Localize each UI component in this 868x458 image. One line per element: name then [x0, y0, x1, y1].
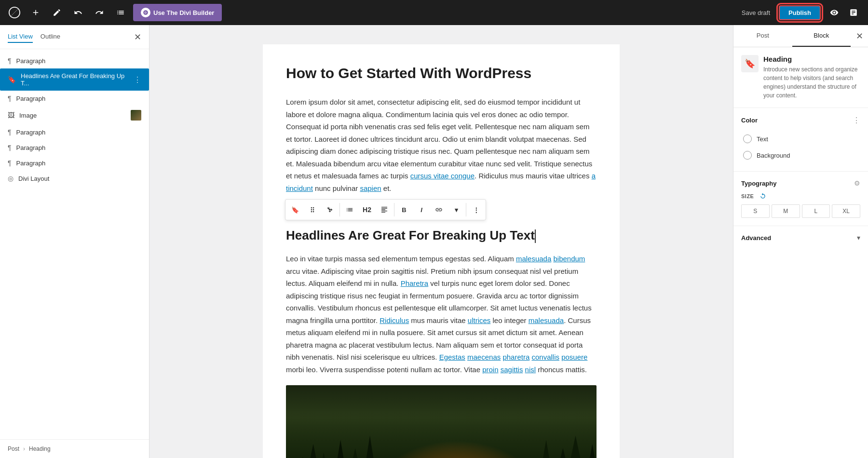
toolbar-section-1: 🔖 — [286, 201, 339, 218]
undo-button[interactable] — [69, 4, 87, 21]
paragraph-icon: ¶ — [8, 128, 12, 136]
sidebar-item-paragraph-1[interactable]: ¶ Paragraph — [0, 53, 149, 68]
sidebar-item-paragraph-3[interactable]: ¶ Paragraph — [0, 124, 149, 140]
size-btn-s[interactable]: S — [741, 204, 770, 218]
drag-toolbar-button[interactable] — [304, 201, 321, 218]
more-options-icon[interactable]: ⋮ — [134, 75, 141, 84]
align-toolbar-button[interactable] — [341, 201, 358, 218]
sidebar-item-label: Paragraph — [16, 95, 141, 102]
sidebar-item-paragraph-4[interactable]: ¶ Paragraph — [0, 140, 149, 155]
bookmark-toolbar-button[interactable]: 🔖 — [286, 201, 304, 218]
breadcrumb-separator: › — [23, 445, 25, 452]
sidebar-tab-outline[interactable]: Outline — [41, 31, 60, 43]
sidebar-close-button[interactable]: ✕ — [134, 32, 141, 42]
sidebar-item-paragraph-5[interactable]: ¶ Paragraph — [0, 155, 149, 171]
link-proin[interactable]: proin — [482, 365, 498, 374]
link-bibendum[interactable]: bibendum — [553, 255, 585, 263]
color-text-option[interactable]: Text — [741, 131, 860, 147]
sidebar: List View Outline ✕ ¶ Paragraph 🔖 Headli… — [0, 25, 149, 458]
link-pharetra2[interactable]: pharetra — [502, 353, 529, 361]
color-background-radio[interactable] — [743, 151, 752, 160]
panel-tab-block[interactable]: Block — [792, 25, 851, 47]
breadcrumb-heading: Heading — [29, 445, 51, 452]
panel-tabs: Post Block ✕ — [733, 25, 868, 47]
publish-button[interactable]: Publish — [779, 5, 821, 20]
breadcrumb-post[interactable]: Post — [8, 445, 19, 452]
size-selector: S M L XL — [741, 204, 860, 218]
sidebar-item-label: Paragraph — [16, 160, 141, 167]
panel-tab-post[interactable]: Post — [733, 25, 792, 47]
color-background-option[interactable]: Background — [741, 147, 860, 163]
color-section-title: Color — [741, 117, 758, 124]
list-view-button[interactable] — [112, 4, 129, 21]
sidebar-item-label: Headlines Are Great For Breaking Up T... — [21, 72, 129, 87]
save-draft-button[interactable]: Save draft — [738, 7, 774, 18]
sidebar-item-label: Paragraph — [16, 57, 141, 65]
typography-header: Typography ⚙ — [741, 179, 860, 187]
size-btn-l[interactable]: L — [802, 204, 830, 218]
dropdown-toolbar-button[interactable]: ▾ — [448, 201, 465, 218]
body-link-1[interactable]: cursus vitae congue — [410, 172, 475, 180]
preview-button[interactable] — [826, 4, 843, 21]
link-ultrices[interactable]: ultrices — [468, 316, 491, 324]
tools-button[interactable] — [48, 4, 66, 21]
settings-panel-button[interactable] — [845, 4, 862, 21]
link-egestas[interactable]: Egestas — [439, 353, 465, 361]
link-toolbar-button[interactable] — [430, 201, 448, 218]
sidebar-items: ¶ Paragraph 🔖 Headlines Are Great For Br… — [0, 49, 149, 439]
panel-close-button[interactable]: ✕ — [851, 25, 868, 47]
link-malesuada[interactable]: malesuada — [516, 255, 551, 263]
link-malesuada2[interactable]: malesuada — [529, 316, 564, 324]
color-text-radio[interactable] — [743, 135, 752, 143]
sidebar-header: List View Outline ✕ — [0, 25, 149, 49]
bold-toolbar-button[interactable]: B — [395, 201, 413, 218]
heading-type-button[interactable]: H2 — [358, 201, 376, 218]
content-area: How to Get Started With WordPress Lorem … — [149, 25, 733, 458]
italic-toolbar-button[interactable]: I — [413, 201, 430, 218]
size-row-reset[interactable] — [760, 193, 766, 200]
body-link-3[interactable]: sapien — [360, 184, 381, 192]
bookmark-icon: 🔖 — [8, 76, 16, 83]
advanced-chevron-icon: ▾ — [857, 234, 860, 242]
sidebar-item-paragraph-2[interactable]: ¶ Paragraph — [0, 91, 149, 106]
redo-button[interactable] — [91, 4, 108, 21]
sidebar-item-label: Image — [19, 112, 126, 119]
color-section-more[interactable]: ⋮ — [853, 116, 860, 125]
image-icon: 🖼 — [8, 111, 14, 119]
link-posuere[interactable]: posuere — [561, 353, 587, 361]
advanced-section[interactable]: Advanced ▾ — [733, 226, 868, 249]
link-sagittis[interactable]: sagittis — [501, 365, 523, 374]
toolbar-divider-2 — [394, 203, 394, 216]
add-block-button[interactable] — [27, 4, 44, 21]
size-btn-m[interactable]: M — [772, 204, 800, 218]
size-btn-xl[interactable]: XL — [832, 204, 860, 218]
sidebar-tab-list-view[interactable]: List View — [8, 31, 33, 43]
wordpress-logo[interactable] — [6, 4, 23, 21]
image-thumbnail — [131, 110, 141, 121]
link-convallis[interactable]: convallis — [531, 353, 559, 361]
paragraph-format-button[interactable] — [376, 201, 393, 218]
typography-title: Typography — [741, 180, 776, 187]
svg-rect-2 — [286, 402, 597, 458]
move-toolbar-button[interactable] — [321, 201, 339, 218]
sidebar-item-image[interactable]: 🖼 Image — [0, 106, 149, 124]
link-pharetra[interactable]: Pharetra — [401, 279, 429, 287]
main-layout: List View Outline ✕ ¶ Paragraph 🔖 Headli… — [0, 25, 868, 458]
right-panel: Post Block ✕ 🔖 Heading Introduce new sec… — [733, 25, 868, 458]
paragraph-icon: ¶ — [8, 94, 12, 102]
link-ridiculus[interactable]: Ridiculus — [380, 316, 409, 324]
sidebar-item-headline[interactable]: 🔖 Headlines Are Great For Breaking Up T.… — [0, 68, 149, 91]
block-title: Heading — [763, 55, 860, 63]
link-maecenas[interactable]: maecenas — [467, 353, 501, 361]
link-nisl[interactable]: nisl — [525, 365, 536, 374]
sidebar-item-divi-layout[interactable]: ◎ Divi Layout — [0, 171, 149, 186]
more-options-toolbar-button[interactable]: ⋮ — [467, 201, 485, 218]
divi-builder-button[interactable]: D Use The Divi Builder — [133, 4, 222, 21]
advanced-title: Advanced — [741, 234, 771, 242]
editor-content[interactable]: How to Get Started With WordPress Lorem … — [263, 44, 620, 458]
post-body-2: Leo in vitae turpis massa sed elementum … — [286, 253, 597, 376]
block-icon-box: 🔖 — [741, 55, 759, 72]
toolbar-section-4: ⋮ — [467, 201, 485, 218]
typography-settings-icon[interactable]: ⚙ — [854, 179, 860, 187]
image-block[interactable] — [286, 385, 597, 458]
